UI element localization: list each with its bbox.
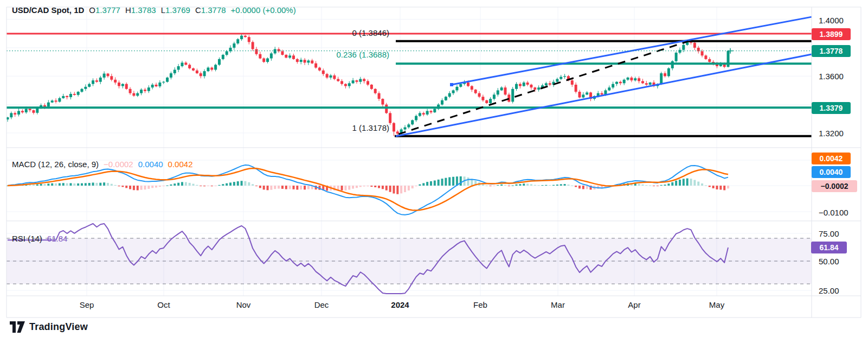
time-axis-label[interactable]: Sep [68,300,106,309]
price-badge-support: 1.3379 [812,102,851,114]
tradingview-mark-icon [10,321,25,333]
time-axis-label[interactable]: Nov [224,300,262,309]
rsi-badge-value: 61.84 [811,242,847,253]
rsi-axis-label-25: 25.00 [819,286,839,295]
time-axis-label[interactable]: Oct [145,300,183,309]
symbol-title[interactable]: USD/CAD Spot, 1D [12,5,84,15]
price-badge-current: 1.3778 [812,45,851,57]
fib-label-1[interactable]: 1 (1.3178) [259,123,389,132]
macd-legend[interactable]: MACD (12, 26, close, 9) −0.0002 0.0040 0… [12,160,193,169]
price-badge-resistance: 1.3899 [812,28,851,40]
fib-label-0[interactable]: 0 (1.3846) [259,28,389,37]
ohlc-close: C1.3778 [195,5,226,15]
time-axis-label[interactable]: Feb [461,300,499,309]
macd-badge-hist: −0.0002 [812,180,857,192]
time-axis-label[interactable]: Mar [539,300,577,309]
price-axis-label-13600: 1.3600 [819,72,844,81]
rsi-axis-label-75: 75.00 [819,229,839,238]
rsi-axis-label-50: 50.00 [819,257,839,266]
macd-signal-value: 0.0042 [168,160,193,169]
macd-line-value: 0.0040 [138,160,163,169]
chart-root: USD/CAD Spot, 1D O1.3777 H1.3783 L1.3769… [0,0,868,349]
rsi-value: 61.84 [47,234,68,243]
macd-hist-value: −0.0002 [104,160,133,169]
time-axis-label[interactable]: May [698,300,736,309]
time-axis[interactable]: SepOctNovDec2024FebMarAprMay [0,297,812,316]
rsi-title[interactable]: RSI (14) [12,234,42,244]
time-axis-label[interactable]: Dec [303,300,340,309]
symbol-legend[interactable]: USD/CAD Spot, 1D O1.3777 H1.3783 L1.3769… [12,5,296,15]
ohlc-low: L1.3769 [161,5,190,15]
macd-badge-signal: 0.0042 [812,153,851,164]
time-axis-label[interactable]: 2024 [381,300,419,309]
rsi-legend[interactable]: RSI (14) 61.84 [12,234,67,244]
ohlc-open: O1.3777 [89,5,120,15]
price-axis-label-14000: 1.4000 [819,16,844,25]
macd-title[interactable]: MACD (12, 26, close, 9) [12,160,99,169]
tradingview-brand-text: TradingView [29,321,88,333]
macd-axis-label-low: −0.0100 [819,208,848,217]
ohlc-high: H1.3783 [125,5,156,15]
tradingview-logo[interactable]: TradingView [10,321,88,333]
fib-label-0236[interactable]: 0.236 (1.3688) [259,50,389,59]
macd-badge-macd: 0.0040 [812,166,851,178]
price-axis-label-13200: 1.3200 [819,129,844,138]
change-value: +0.0000 (+0.00%) [231,5,296,15]
time-axis-label[interactable]: Apr [615,300,653,309]
